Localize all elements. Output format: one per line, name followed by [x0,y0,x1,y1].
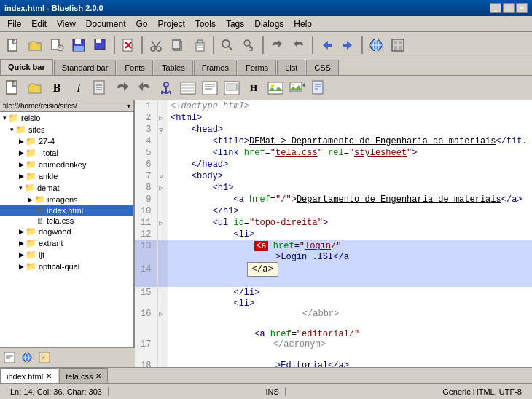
paste-button[interactable] [189,35,210,55]
qb-open-button[interactable] [25,78,45,98]
fullscreen-button[interactable] [388,35,408,55]
status-position: Ln: 14, Col: 36, Char: 303 [4,387,109,396]
cut-button[interactable] [146,35,166,55]
doc-tab-close-tela[interactable]: ✕ [95,372,101,380]
filetree-scroll[interactable]: ▾ 📁 reisio ▾ 📁 sites ▶ 📁 27-4 ▶ [0,112,133,363]
code-line-13: 13 <a href="login/" [135,240,532,252]
qb-new-button[interactable] [3,78,23,98]
tree-item-optical-qual[interactable]: ▶ 📁 optical-qual [0,261,133,272]
qb-imgup-button[interactable] [287,78,308,98]
menu-edit[interactable]: Edit [27,17,51,31]
qb-bold-button[interactable]: B [47,78,67,98]
doc-tab-close-index[interactable]: ✕ [46,372,52,380]
open-file-button[interactable] [25,35,45,55]
status-mode: INS [259,387,285,396]
doc-tab-tela-css[interactable]: tela.css ✕ [59,368,108,383]
line-marker: ▽ [157,124,168,135]
main-content: file:///home/reisio/sites/ ▾ ▾ 📁 reisio … [0,100,532,367]
maximize-button[interactable]: □ [503,3,515,13]
qb-block-button[interactable] [222,78,242,98]
open-recent-button[interactable] [47,35,67,55]
tree-item-ankle[interactable]: ▶ 📁 ankle [0,170,133,182]
tab-fonts[interactable]: Fonts [117,60,153,75]
minimize-button[interactable]: _ [490,3,501,13]
tree-item-label: 27-4 [39,137,55,146]
menu-go[interactable]: Go [132,17,152,31]
save-as-button[interactable]: + [90,35,111,55]
copy-button[interactable] [168,35,188,55]
line-number: 3 [135,124,157,135]
tree-item-274[interactable]: ▶ 📁 27-4 [0,135,133,147]
tab-list[interactable]: List [277,60,305,75]
tab-quickbar[interactable]: Quick bar [0,59,53,75]
close-button[interactable]: ✕ [516,3,528,13]
code-content[interactable]: 1 <!doctype html> 2 ▷ <html> 3 ▽ [135,100,532,367]
expand-arrow: ▶ [19,149,24,157]
qb-anchor-button[interactable] [156,78,176,98]
line-code: <body> [168,170,531,182]
menu-view[interactable]: View [52,17,80,31]
qb-h1-button[interactable]: H [243,78,264,98]
tree-item-demat[interactable]: ▾ 📁 demat [0,182,133,194]
filetree-btn-3[interactable]: ? [36,349,52,366]
svg-point-15 [151,47,155,51]
filetree-btn-2[interactable] [19,349,35,366]
menu-dialogs[interactable]: Dialogs [250,17,288,31]
line-marker [157,329,168,360]
menu-document[interactable]: Document [82,17,130,31]
menu-file[interactable]: File [3,17,26,31]
fullscreen-icon [391,38,405,52]
doc-tab-index-html[interactable]: index.html ✕ [0,368,58,383]
qb-rule-button[interactable] [178,78,198,98]
qb-img-button[interactable] [265,78,286,98]
menu-project[interactable]: Project [154,17,189,31]
qb-file-button[interactable] [90,78,111,98]
qb-file2-button[interactable] [309,78,329,98]
tab-tables[interactable]: Tables [154,60,193,75]
tree-item-ijt[interactable]: ▶ 📁 ijt [0,249,133,261]
filetree-btn-1[interactable] [1,349,17,366]
tree-item-animedonkey[interactable]: ▶ 📁 animedonkey [0,159,133,170]
redo-button[interactable] [289,35,309,55]
qb-undo-button[interactable] [112,78,133,98]
tree-item-index-html[interactable]: 🗎 index.html [0,205,133,216]
qb-para-button[interactable] [200,78,220,98]
open-recent-icon [50,38,64,52]
find-button[interactable] [217,35,238,55]
undo-icon [270,38,284,52]
new-file-button[interactable] [3,35,23,55]
svg-rect-7 [75,39,81,44]
tab-forms[interactable]: Forms [238,60,276,75]
tree-item-sites[interactable]: ▾ 📁 sites [0,124,133,135]
forward-button[interactable] [338,35,359,55]
menu-help[interactable]: Help [289,17,316,31]
file-tree: file:///home/reisio/sites/ ▾ ▾ 📁 reisio … [0,100,135,367]
toolbar-separator-4 [262,36,264,54]
code-line-12: 12 <li> [135,229,532,240]
replace-button[interactable] [239,35,259,55]
tree-item-extrant[interactable]: ▶ 📁 extrant [0,237,133,249]
menu-tags[interactable]: Tags [222,17,249,31]
status-encoding: Generic HTML, UTF-8 [437,387,528,396]
svg-rect-10 [96,39,101,43]
tab-css[interactable]: CSS [306,60,339,75]
code-editor[interactable]: 1 <!doctype html> 2 ▷ <html> 3 ▽ [135,100,532,367]
svg-rect-60 [290,82,302,91]
back-button[interactable] [316,35,337,55]
undo-button[interactable] [267,35,287,55]
filetree-dropdown[interactable]: ▾ [127,102,130,110]
toolbar-separator-5 [312,36,313,54]
tab-frames[interactable]: Frames [194,60,237,75]
tree-item-total[interactable]: ▶ 📁 _total [0,147,133,159]
qb-italic-button[interactable]: I [69,78,89,98]
tab-standardbar[interactable]: Standard bar [54,60,117,75]
tree-item-imagens[interactable]: ▶ 📁 imagens [0,194,133,205]
tree-item-dogwood[interactable]: ▶ 📁 dogwood [0,226,133,237]
tree-item-reisio[interactable]: ▾ 📁 reisio [0,112,133,124]
tree-item-tela-css[interactable]: 🗎 tela.css [0,216,133,226]
qb-redo-button[interactable] [134,78,154,98]
close-button[interactable] [118,35,138,55]
menu-tools[interactable]: Tools [191,17,220,31]
browser-button[interactable] [366,35,386,55]
save-button[interactable] [69,35,89,55]
